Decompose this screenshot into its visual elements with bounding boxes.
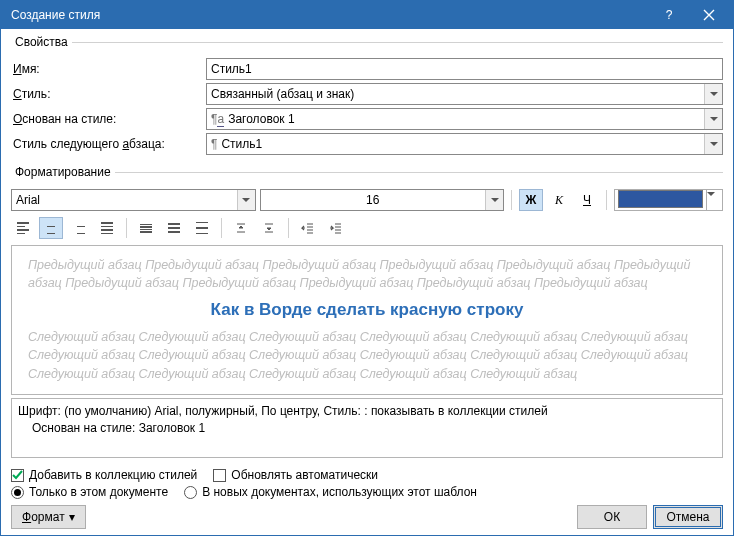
cancel-button[interactable]: Отмена bbox=[653, 505, 723, 529]
font-color-button[interactable] bbox=[614, 189, 723, 211]
bold-button[interactable]: Ж bbox=[519, 189, 543, 211]
window-title: Создание стиля bbox=[11, 8, 649, 22]
chevron-down-icon bbox=[237, 190, 255, 210]
spacing-15-button[interactable] bbox=[162, 217, 186, 239]
indent-inc-button[interactable] bbox=[324, 217, 348, 239]
this-doc-radio[interactable]: Только в этом документе bbox=[11, 485, 168, 499]
indent-dec-button[interactable] bbox=[296, 217, 320, 239]
spacing-1-button[interactable] bbox=[134, 217, 158, 239]
close-button[interactable] bbox=[689, 1, 729, 29]
description-box: Шрифт: (по умолчанию) Arial, полужирный,… bbox=[11, 398, 723, 458]
footer: Формат▾ ОК Отмена bbox=[11, 505, 723, 529]
help-button[interactable]: ? bbox=[649, 1, 689, 29]
align-right-button[interactable] bbox=[67, 217, 91, 239]
paragraph-toolbar bbox=[11, 217, 723, 239]
add-to-gallery-checkbox[interactable]: Добавить в коллекцию стилей bbox=[11, 468, 197, 482]
preview-sample-text: Как в Ворде сделать красную строку bbox=[28, 300, 706, 320]
font-toolbar: Arial 16 Ж К Ч bbox=[11, 189, 723, 211]
type-combo[interactable]: Связанный (абзац и знак) bbox=[206, 83, 723, 105]
spacing-2-button[interactable] bbox=[190, 217, 214, 239]
formatting-legend: Форматирование bbox=[11, 165, 115, 179]
preview-pane: Предыдущий абзац Предыдущий абзац Предыд… bbox=[11, 245, 723, 395]
align-center-button[interactable] bbox=[39, 217, 63, 239]
based-label: Основан на стиле: bbox=[11, 112, 206, 126]
chevron-down-icon bbox=[485, 190, 503, 210]
space-before-inc-button[interactable] bbox=[229, 217, 253, 239]
underline-button[interactable]: Ч bbox=[575, 189, 599, 211]
auto-update-checkbox[interactable]: Обновлять автоматически bbox=[213, 468, 378, 482]
description-line: Шрифт: (по умолчанию) Arial, полужирный,… bbox=[18, 403, 716, 420]
italic-button[interactable]: К bbox=[547, 189, 571, 211]
name-label: Имя: bbox=[11, 62, 206, 76]
properties-group: Свойства Имя: Стиль: Связанный (абзац и … bbox=[11, 35, 723, 160]
chevron-down-icon bbox=[704, 84, 722, 104]
space-before-dec-button[interactable] bbox=[257, 217, 281, 239]
formatting-group: Форматирование Arial 16 Ж К Ч bbox=[11, 165, 723, 460]
font-combo[interactable]: Arial bbox=[11, 189, 256, 211]
size-combo[interactable]: 16 bbox=[260, 189, 505, 211]
name-input[interactable] bbox=[206, 58, 723, 80]
preview-next-text: Следующий абзац Следующий абзац Следующи… bbox=[28, 328, 706, 382]
description-line: Основан на стиле: Заголовок 1 bbox=[18, 420, 716, 437]
align-left-button[interactable] bbox=[11, 217, 35, 239]
chevron-down-icon bbox=[706, 190, 722, 210]
properties-legend: Свойства bbox=[11, 35, 72, 49]
type-label: Стиль: bbox=[11, 87, 206, 101]
format-button[interactable]: Формат▾ bbox=[11, 505, 86, 529]
chevron-down-icon bbox=[704, 134, 722, 154]
chevron-down-icon bbox=[704, 109, 722, 129]
title-bar: Создание стиля ? bbox=[1, 1, 733, 29]
align-justify-button[interactable] bbox=[95, 217, 119, 239]
ok-button[interactable]: ОК bbox=[577, 505, 647, 529]
based-combo[interactable]: ¶aЗаголовок 1 bbox=[206, 108, 723, 130]
next-combo[interactable]: ¶Стиль1 bbox=[206, 133, 723, 155]
next-label: Стиль следующего абзаца: bbox=[11, 137, 206, 151]
color-swatch bbox=[618, 190, 703, 208]
options-area: Добавить в коллекцию стилей Обновлять ав… bbox=[11, 468, 723, 499]
template-radio[interactable]: В новых документах, использующих этот ша… bbox=[184, 485, 477, 499]
preview-prev-text: Предыдущий абзац Предыдущий абзац Предыд… bbox=[28, 256, 706, 292]
